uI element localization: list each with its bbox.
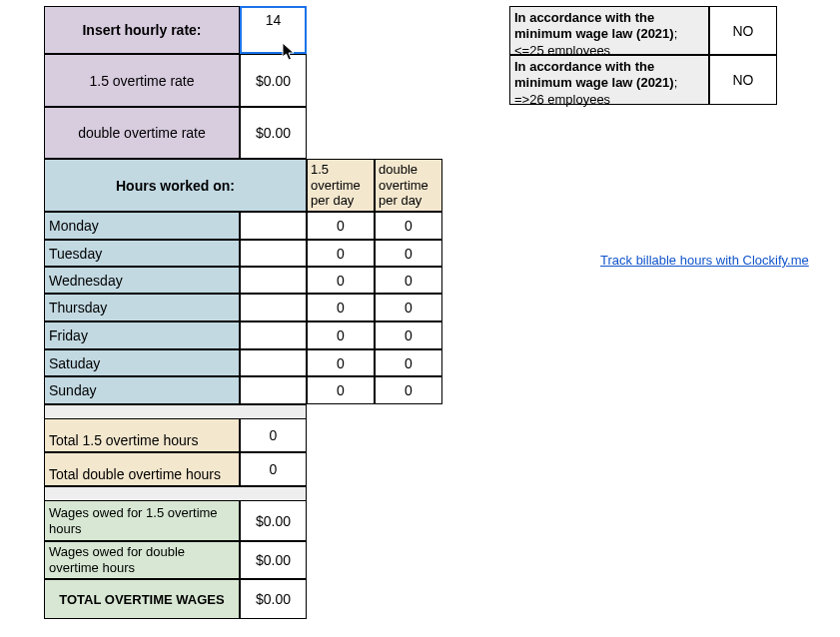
day-name: Satuday: [44, 349, 240, 376]
total-dbl-hours-label: Total double overtime hours: [44, 452, 240, 486]
total-wages-label: TOTAL OVERTIME WAGES: [44, 579, 240, 619]
wages-ot15-label: Wages owed for 1.5 overtime hours: [44, 500, 240, 541]
day-dbl-cell[interactable]: 0: [375, 267, 442, 294]
wages-dbl-label: Wages owed for double overtime hours: [44, 541, 240, 579]
day-name: Friday: [44, 321, 240, 349]
day-hours-input[interactable]: [240, 376, 307, 404]
day-hours-input[interactable]: [240, 349, 307, 376]
law-row1-label: In accordance with the minimum wage law …: [509, 6, 709, 55]
day-ot15-cell[interactable]: 0: [307, 212, 375, 240]
day-name: Wednesday: [44, 267, 240, 294]
law-row2-label: In accordance with the minimum wage law …: [509, 55, 709, 105]
day-ot15-cell[interactable]: 0: [307, 376, 375, 404]
day-dbl-cell[interactable]: 0: [375, 212, 442, 240]
col-dbl-l2: overtime: [379, 178, 428, 194]
hours-worked-header: Hours worked on:: [44, 159, 307, 212]
overtime15-label-text: 1.5 overtime rate: [89, 73, 194, 89]
double-rate-value: $0.00: [256, 125, 291, 141]
col-15-overtime-header: 1.5 overtime per day: [307, 159, 375, 212]
total-dbl-hours-value[interactable]: 0: [240, 452, 307, 486]
double-rate-label: double overtime rate: [44, 107, 240, 159]
day-ot15-cell[interactable]: 0: [307, 267, 375, 294]
overtime15-value-cell[interactable]: $0.00: [240, 54, 307, 107]
wages-dbl-value[interactable]: $0.00: [240, 541, 307, 579]
day-ot15-cell[interactable]: 0: [307, 240, 375, 267]
hourly-rate-label-text: Insert hourly rate:: [82, 22, 201, 38]
wages-ot15-value[interactable]: $0.00: [240, 500, 307, 541]
double-rate-value-cell[interactable]: $0.00: [240, 107, 307, 159]
spacer: [44, 486, 307, 500]
col-dbl-l1: double: [379, 162, 418, 178]
total-wages-value[interactable]: $0.00: [240, 579, 307, 619]
spacer: [44, 404, 307, 418]
col-double-overtime-header: double overtime per day: [375, 159, 442, 212]
day-hours-input[interactable]: [240, 212, 307, 240]
total-ot15-hours-value[interactable]: 0: [240, 418, 307, 452]
col-15-l3: per day: [311, 193, 354, 209]
day-name: Tuesday: [44, 240, 240, 267]
law-row2-value[interactable]: NO: [709, 55, 777, 105]
day-hours-input[interactable]: [240, 240, 307, 267]
col-15-l1: 1.5: [311, 162, 329, 178]
day-hours-input[interactable]: [240, 294, 307, 321]
day-ot15-cell[interactable]: 0: [307, 349, 375, 376]
hourly-rate-label: Insert hourly rate:: [44, 6, 240, 54]
law-row1-value[interactable]: NO: [709, 6, 777, 55]
day-name: Sunday: [44, 376, 240, 404]
day-name: Monday: [44, 212, 240, 240]
hourly-rate-input[interactable]: 14: [240, 6, 307, 54]
double-rate-label-text: double overtime rate: [78, 125, 206, 141]
day-hours-input[interactable]: [240, 321, 307, 349]
hourly-rate-value: 14: [266, 12, 282, 28]
law-row1-text: In accordance with the minimum wage law …: [514, 10, 704, 59]
total-ot15-hours-label: Total 1.5 overtime hours: [44, 418, 240, 452]
col-dbl-l3: per day: [379, 193, 421, 209]
hours-worked-header-text: Hours worked on:: [116, 178, 235, 194]
day-dbl-cell[interactable]: 0: [375, 349, 442, 376]
law-row2-text: In accordance with the minimum wage law …: [514, 59, 704, 108]
clockify-link[interactable]: Track billable hours with Clockify.me: [600, 252, 809, 268]
overtime15-label: 1.5 overtime rate: [44, 54, 240, 107]
day-dbl-cell[interactable]: 0: [375, 240, 442, 267]
day-ot15-cell[interactable]: 0: [307, 294, 375, 321]
day-dbl-cell[interactable]: 0: [375, 321, 442, 349]
day-name: Thursday: [44, 294, 240, 321]
overtime15-value: $0.00: [256, 73, 291, 89]
day-dbl-cell[interactable]: 0: [375, 376, 442, 404]
day-hours-input[interactable]: [240, 267, 307, 294]
day-dbl-cell[interactable]: 0: [375, 294, 442, 321]
col-15-l2: overtime: [311, 178, 361, 194]
clockify-link-text: Track billable hours with Clockify.me: [600, 253, 809, 268]
day-ot15-cell[interactable]: 0: [307, 321, 375, 349]
